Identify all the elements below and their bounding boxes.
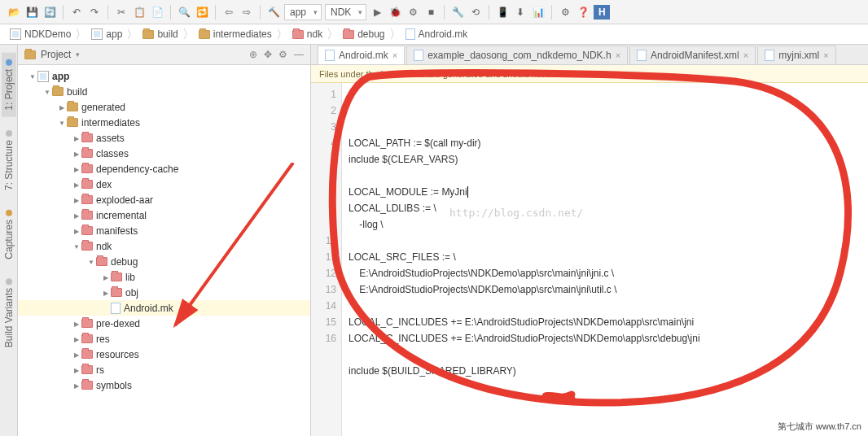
tool-tab[interactable]: Captures — [2, 203, 16, 266]
tree-item[interactable]: resources — [18, 347, 310, 362]
breadcrumb-item[interactable]: NDKDemo — [7, 28, 74, 40]
tree-arrow-icon[interactable] — [72, 180, 81, 189]
tree-arrow-icon[interactable] — [72, 226, 81, 235]
tree-item[interactable]: generated — [18, 99, 310, 115]
stop-icon[interactable]: ■ — [423, 5, 438, 20]
scroll-icon[interactable]: ✥ — [264, 49, 272, 60]
tree-arrow-icon[interactable] — [57, 118, 67, 127]
tree-arrow-icon[interactable] — [101, 272, 111, 281]
sync-icon[interactable]: 🔄 — [42, 5, 57, 20]
code-line[interactable]: LOCAL_C_INCLUDES += E:\AndroidStudioProj… — [349, 314, 868, 330]
build-icon[interactable]: 🔨 — [266, 5, 281, 20]
undo-icon[interactable]: ↶ — [69, 5, 84, 20]
code-line[interactable] — [349, 233, 868, 249]
tree-item[interactable]: dex — [18, 177, 310, 192]
tree-item[interactable]: rs — [18, 362, 310, 377]
editor-tab[interactable]: AndroidManifest.xml× — [629, 46, 756, 64]
code-line[interactable] — [349, 379, 868, 395]
code-line[interactable]: include $(BUILD_SHARED_LIBRARY) — [349, 363, 868, 379]
code-line[interactable] — [349, 168, 868, 184]
tree-item[interactable]: Android.mk — [18, 300, 310, 316]
run-config-select[interactable]: app — [284, 4, 322, 20]
tool-tab[interactable]: 1: Project — [2, 53, 16, 117]
tree-item[interactable]: ndk — [18, 238, 310, 254]
code-line[interactable]: LOCAL_C_INCLUDES += E:\AndroidStudioProj… — [349, 330, 868, 347]
gradle-sync-icon[interactable]: ⟲ — [468, 5, 483, 20]
wrench-icon[interactable]: 🔧 — [450, 5, 465, 20]
code-line[interactable]: E:\AndroidStudioProjects\NDKDemo\app\src… — [349, 265, 868, 281]
find-icon[interactable]: 🔍 — [177, 5, 191, 20]
save-icon[interactable]: 💾 — [24, 5, 39, 20]
close-tab-icon[interactable]: × — [392, 50, 397, 60]
breadcrumb-item[interactable]: debug — [340, 28, 388, 40]
tree-item[interactable]: incremental — [18, 207, 310, 223]
attach-icon[interactable]: ⚙ — [406, 5, 420, 20]
replace-icon[interactable]: 🔁 — [195, 5, 209, 20]
debug-icon[interactable]: 🐞 — [388, 5, 402, 20]
h-icon[interactable]: H — [594, 5, 610, 20]
tool-tab[interactable]: 7: Structure — [2, 124, 16, 197]
tree-item[interactable]: lib — [18, 269, 310, 285]
code-line[interactable]: LOCAL_LDLIBS := \ — [349, 200, 868, 216]
back-icon[interactable]: ⇦ — [221, 5, 236, 20]
code-line[interactable] — [349, 347, 868, 363]
sdk-icon[interactable]: ⬇ — [513, 5, 528, 20]
close-tab-icon[interactable]: × — [616, 50, 620, 60]
tree-item[interactable]: obj — [18, 285, 310, 300]
tree-item[interactable]: pre-dexed — [18, 316, 310, 331]
breadcrumb-item[interactable]: ndk — [289, 28, 326, 40]
avd-icon[interactable]: 📱 — [495, 5, 510, 20]
tree-arrow-icon[interactable] — [72, 365, 81, 374]
gear-icon[interactable]: ⚙ — [278, 49, 287, 60]
code-editor[interactable]: 12345678910111213141516 http://blog.csdn… — [311, 83, 868, 436]
forward-icon[interactable]: ⇨ — [239, 5, 254, 20]
tree-item[interactable]: debug — [18, 254, 310, 269]
tree-item[interactable]: symbols — [18, 377, 310, 393]
settings-icon[interactable]: ⚙ — [558, 5, 572, 20]
tree-item[interactable]: app — [18, 68, 310, 84]
open-icon[interactable]: 📂 — [7, 5, 21, 20]
tool-tab[interactable]: Build Variants — [2, 272, 16, 354]
breadcrumb-item[interactable]: build — [139, 28, 181, 40]
tree-arrow-icon[interactable] — [72, 381, 81, 390]
tree-arrow-icon[interactable] — [72, 195, 81, 204]
code-line[interactable]: E:\AndroidStudioProjects\NDKDemo\app\src… — [349, 281, 868, 298]
close-tab-icon[interactable]: × — [743, 50, 748, 60]
tree-item[interactable]: exploded-aar — [18, 192, 310, 207]
tree-arrow-icon[interactable] — [72, 164, 81, 173]
tree-arrow-icon[interactable] — [28, 72, 37, 81]
paste-icon[interactable]: 📄 — [150, 5, 164, 20]
code-line[interactable]: LOCAL_SRC_FILES := \ — [349, 249, 868, 265]
tree-arrow-icon[interactable] — [42, 87, 52, 96]
ndk-config-select[interactable]: NDK — [325, 4, 366, 20]
help-icon[interactable]: ❓ — [576, 5, 590, 20]
redo-icon[interactable]: ↷ — [87, 5, 102, 20]
tree-arrow-icon[interactable] — [72, 334, 81, 343]
tree-item[interactable]: build — [18, 84, 310, 99]
code-line[interactable]: LOCAL_PATH := $(call my-dir) — [349, 135, 868, 151]
close-tab-icon[interactable]: × — [823, 50, 828, 60]
monitor-icon[interactable]: 📊 — [531, 5, 546, 20]
tree-item[interactable]: manifests — [18, 223, 310, 238]
code-line[interactable]: LOCAL_MODULE := MyJni — [349, 184, 868, 200]
editor-tab[interactable]: example_daosong_com_ndkdemo_NDK.h× — [406, 46, 628, 64]
breadcrumb-item[interactable]: Android.mk — [402, 28, 471, 40]
tree-arrow-icon[interactable] — [72, 319, 81, 328]
tree-arrow-icon[interactable] — [72, 133, 81, 142]
tree-arrow-icon[interactable] — [72, 350, 81, 359]
tree-arrow-icon[interactable] — [57, 102, 67, 111]
tree-item[interactable]: dependency-cache — [18, 161, 310, 177]
tree-arrow-icon[interactable] — [72, 211, 81, 220]
tree-arrow-icon[interactable] — [72, 242, 81, 251]
tree-item[interactable]: res — [18, 331, 310, 347]
tree-item[interactable]: assets — [18, 130, 310, 146]
editor-tab[interactable]: myjni.xml× — [757, 46, 835, 64]
hide-icon[interactable]: — — [294, 49, 304, 60]
code-content[interactable]: http://blog.csdn.net/ LOCAL_PATH := $(ca… — [342, 83, 868, 436]
tree-arrow-icon[interactable] — [72, 149, 81, 158]
editor-tab[interactable]: Android.mk× — [318, 46, 405, 64]
collapse-icon[interactable]: ⊕ — [249, 49, 257, 60]
breadcrumb-item[interactable]: app — [88, 28, 125, 40]
tree-item[interactable]: classes — [18, 146, 310, 161]
run-icon[interactable]: ▶ — [370, 5, 384, 20]
